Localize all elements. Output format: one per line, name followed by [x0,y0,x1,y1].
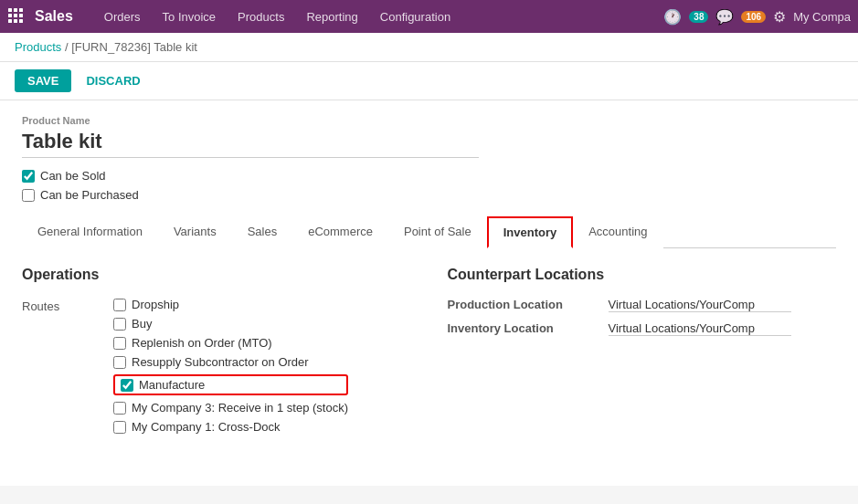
counterpart-section: Counterpart Locations Production Locatio… [448,267,837,441]
resupply-label[interactable]: Resupply Subcontractor on Order [132,355,309,369]
nav-configuration[interactable]: Configuration [371,5,460,29]
tab-ecommerce[interactable]: eCommerce [292,216,388,248]
save-button[interactable]: SAVE [15,69,71,92]
company3-label[interactable]: My Company 3: Receive in 1 step (stock) [132,401,348,415]
routes-row: Routes Dropship Buy Replenish on O [22,298,411,434]
list-item: Replenish on Order (MTO) [113,336,348,350]
inventory-two-col: Operations Routes Dropship Buy [22,267,836,441]
routes-label: Routes [22,298,95,434]
breadcrumb: Products / [FURN_78236] Table kit [0,33,858,62]
breadcrumb-parent[interactable]: Products [15,40,61,54]
app-brand: Sales [35,8,73,25]
product-name-label: Product Name [22,115,836,126]
svg-rect-3 [8,14,12,17]
svg-rect-2 [19,8,23,12]
topnav: Sales Orders To Invoice Products Reporti… [0,0,858,33]
production-location-label: Production Location [448,298,594,311]
nav-reporting[interactable]: Reporting [297,5,366,29]
list-item: My Company 3: Receive in 1 step (stock) [113,401,348,415]
list-item: Resupply Subcontractor on Order [113,355,348,369]
topnav-right: 🕐 38 💬 106 ⚙ My Compa [663,8,851,26]
manufacture-checkbox[interactable] [121,379,133,392]
nav-orders[interactable]: Orders [95,5,150,29]
svg-rect-5 [19,14,23,17]
manufacture-row: Manufacture [113,374,348,395]
inventory-location-row: Inventory Location Virtual Locations/You… [448,321,837,336]
settings-icon[interactable]: ⚙ [773,8,786,26]
can-be-purchased-checkbox[interactable] [22,189,35,202]
production-location-row: Production Location Virtual Locations/Yo… [448,298,837,312]
svg-rect-0 [8,8,12,12]
list-item: Buy [113,317,348,331]
svg-rect-6 [8,19,12,23]
can-be-purchased-label[interactable]: Can be Purchased [40,188,139,202]
company1-checkbox[interactable] [113,421,126,434]
counterpart-title: Counterpart Locations [448,267,837,283]
inventory-tab-content: Operations Routes Dropship Buy [22,248,836,459]
chat-badge: 106 [741,11,766,23]
list-item: Dropship [113,298,348,311]
can-be-sold-label[interactable]: Can be Sold [40,169,106,183]
nav-toinvoice[interactable]: To Invoice [154,5,226,29]
discard-button[interactable]: DISCARD [79,69,147,92]
tab-variants[interactable]: Variants [158,216,232,248]
can-be-purchased-row: Can be Purchased [22,188,836,202]
mto-label[interactable]: Replenish on Order (MTO) [132,336,272,350]
production-location-value[interactable]: Virtual Locations/YourComp [609,298,791,312]
nav-products[interactable]: Products [228,5,293,29]
operations-title: Operations [22,267,411,283]
tab-inventory[interactable]: Inventory [487,216,574,248]
list-item: My Company 1: Cross-Dock [113,420,348,434]
actionbar: SAVE DISCARD [0,62,858,100]
company1-label[interactable]: My Company 1: Cross-Dock [132,420,281,434]
tab-sales[interactable]: Sales [232,216,293,248]
form-container: Product Name Can be Sold Can be Purchase… [0,100,858,486]
company3-checkbox[interactable] [113,402,126,415]
operations-section: Operations Routes Dropship Buy [22,267,411,441]
can-be-sold-row: Can be Sold [22,169,836,183]
inventory-location-value[interactable]: Virtual Locations/YourComp [609,321,791,336]
svg-rect-7 [14,19,17,23]
clock-icon[interactable]: 🕐 [663,8,682,26]
manufacture-label[interactable]: Manufacture [139,378,205,392]
topnav-menu: Orders To Invoice Products Reporting Con… [95,5,664,29]
svg-rect-4 [14,14,17,17]
product-tabs: General Information Variants Sales eComm… [22,216,836,248]
clock-badge: 38 [689,11,708,23]
tab-accounting[interactable]: Accounting [573,216,662,248]
breadcrumb-current: [FURN_78236] Table kit [71,40,197,54]
tab-point-of-sale[interactable]: Point of Sale [388,216,487,248]
dropship-checkbox[interactable] [113,299,126,311]
resupply-checkbox[interactable] [113,356,126,369]
svg-rect-8 [19,19,23,23]
company-name[interactable]: My Compa [793,10,851,24]
mto-checkbox[interactable] [113,337,126,350]
product-name-input[interactable] [22,130,479,158]
apps-grid-icon[interactable] [7,7,24,26]
chat-icon[interactable]: 💬 [715,8,734,26]
can-be-sold-checkbox[interactable] [22,170,35,183]
buy-checkbox[interactable] [113,318,126,331]
buy-label[interactable]: Buy [132,317,152,331]
routes-checks: Dropship Buy Replenish on Order (MTO) [113,298,348,434]
inventory-location-label: Inventory Location [448,321,594,335]
tab-general-information[interactable]: General Information [22,216,158,248]
svg-rect-1 [14,8,17,12]
dropship-label[interactable]: Dropship [132,298,179,311]
